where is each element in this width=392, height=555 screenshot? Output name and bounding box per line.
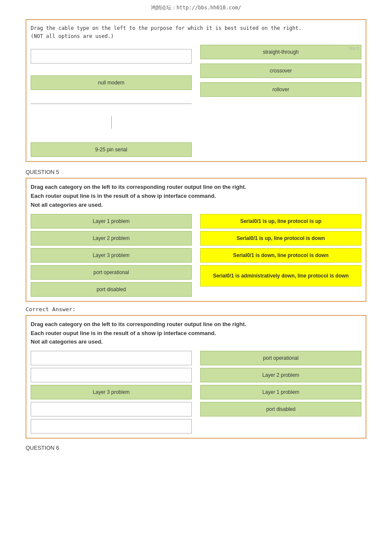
q5-section: Drag each category on the left to its co… xyxy=(26,178,366,301)
q5-left-layer3[interactable]: Layer 3 problem xyxy=(31,248,192,263)
cable-vertical-line xyxy=(111,116,112,129)
cable-left-column: null modem 9-25 pin serial xyxy=(31,45,200,157)
correct-left-column: Layer 3 problem xyxy=(31,351,192,434)
q5-left-layer2[interactable]: Layer 2 problem xyxy=(31,231,192,246)
question5-label: QUESTION 5 xyxy=(26,169,366,175)
cable-drag-area: null modem 9-25 pin serial straight-thro… xyxy=(31,45,361,157)
correct-right-port-disabled[interactable]: port disabled xyxy=(200,402,361,416)
question6-label: QUESTION 6 xyxy=(26,445,366,451)
correct-left-2[interactable] xyxy=(31,368,192,382)
correct-instruction: Drag each category on the left to its co… xyxy=(31,320,361,347)
cable-instruction: Drag the cable type on the left to the p… xyxy=(31,24,361,40)
q5-right-column: Serial0/1 is up, line protocol is up Ser… xyxy=(200,214,361,297)
q5-left-column: Layer 1 problem Layer 2 problem Layer 3 … xyxy=(31,214,192,297)
cable-connector-line xyxy=(31,104,192,104)
q5-right-serial-up-down[interactable]: Serial0/1 is up, line protocol is down xyxy=(200,231,361,246)
correct-left-1[interactable] xyxy=(31,351,192,365)
page-header: 鸿鹄论坛：http://bbs.hh010.com/ xyxy=(0,0,392,15)
correct-left-5[interactable] xyxy=(31,419,192,434)
q5-right-serial-admin-down[interactable]: Serial0/1 is administratively down, line… xyxy=(200,265,361,286)
watermark-text: bbs.h xyxy=(349,46,359,51)
correct-answer-label: Correct Answer: xyxy=(26,306,366,312)
q5-instruction: Drag each category on the left to its co… xyxy=(31,183,361,209)
correct-left-layer3[interactable]: Layer 3 problem xyxy=(31,385,192,399)
cable-right-rollover[interactable]: rollover xyxy=(200,82,361,97)
correct-drag-area: Layer 3 problem port operational Layer 2… xyxy=(31,351,361,434)
correct-right-port-operational[interactable]: port operational xyxy=(200,351,361,365)
cable-left-9-25[interactable]: 9-25 pin serial xyxy=(31,142,192,157)
correct-right-layer1[interactable]: Layer 1 problem xyxy=(200,385,361,399)
q5-left-port-disabled[interactable]: port disabled xyxy=(31,282,192,297)
q5-drag-area: Layer 1 problem Layer 2 problem Layer 3 … xyxy=(31,214,361,297)
correct-section: Drag each category on the left to its co… xyxy=(26,315,366,439)
q5-left-layer1[interactable]: Layer 1 problem xyxy=(31,214,192,228)
correct-left-4[interactable] xyxy=(31,402,192,416)
correct-right-layer2[interactable]: Layer 2 problem xyxy=(200,368,361,382)
cable-right-crossover[interactable]: crossover xyxy=(200,64,361,78)
cable-right-column: straight-through bbs.h crossover rollove… xyxy=(200,45,361,157)
cable-left-null-modem[interactable]: null modem xyxy=(31,75,192,90)
header-text: 鸿鹄论坛：http://bbs.hh010.com/ xyxy=(151,5,241,11)
cable-right-straight[interactable]: straight-through bbs.h xyxy=(200,45,361,59)
correct-right-column: port operational Layer 2 problem Layer 1… xyxy=(200,351,361,434)
cable-section: Drag the cable type on the left to the p… xyxy=(26,19,366,162)
cable-left-empty-1[interactable] xyxy=(31,49,192,64)
q5-right-serial-down-down[interactable]: Serial0/1 is down, line protocol is down xyxy=(200,248,361,263)
q5-left-port-operational[interactable]: port operational xyxy=(31,265,192,280)
q5-right-serial-up-up[interactable]: Serial0/1 is up, line protocol is up xyxy=(200,214,361,228)
